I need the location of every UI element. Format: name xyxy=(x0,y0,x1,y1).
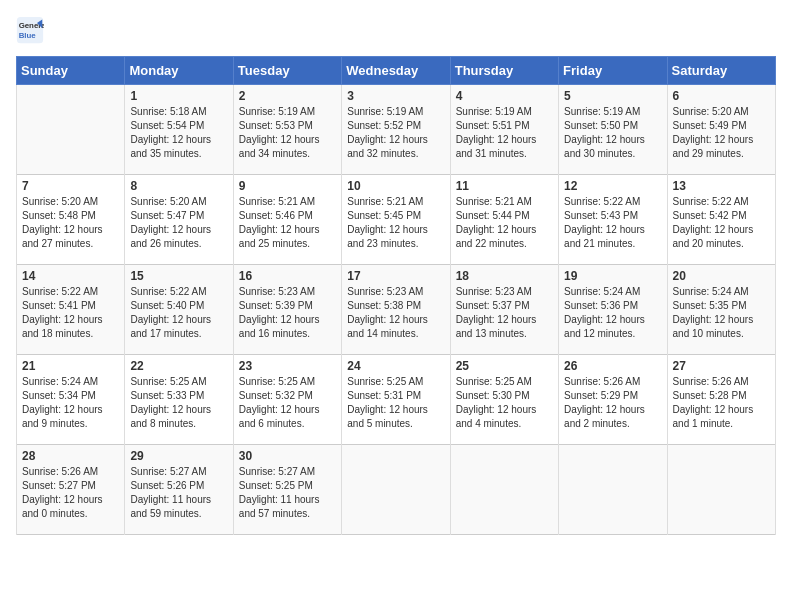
cell-info: Sunrise: 5:20 AM Sunset: 5:47 PM Dayligh… xyxy=(130,195,227,251)
svg-text:Blue: Blue xyxy=(19,31,37,40)
day-number: 23 xyxy=(239,359,336,373)
cell-info: Sunrise: 5:25 AM Sunset: 5:31 PM Dayligh… xyxy=(347,375,444,431)
logo: General Blue xyxy=(16,16,46,44)
cell-info: Sunrise: 5:21 AM Sunset: 5:46 PM Dayligh… xyxy=(239,195,336,251)
cell-info: Sunrise: 5:21 AM Sunset: 5:45 PM Dayligh… xyxy=(347,195,444,251)
calendar-cell: 25Sunrise: 5:25 AM Sunset: 5:30 PM Dayli… xyxy=(450,355,558,445)
cell-info: Sunrise: 5:24 AM Sunset: 5:35 PM Dayligh… xyxy=(673,285,770,341)
cell-info: Sunrise: 5:20 AM Sunset: 5:49 PM Dayligh… xyxy=(673,105,770,161)
calendar-cell: 30Sunrise: 5:27 AM Sunset: 5:25 PM Dayli… xyxy=(233,445,341,535)
day-number: 3 xyxy=(347,89,444,103)
calendar-cell: 18Sunrise: 5:23 AM Sunset: 5:37 PM Dayli… xyxy=(450,265,558,355)
calendar-table: SundayMondayTuesdayWednesdayThursdayFrid… xyxy=(16,56,776,535)
calendar-cell: 23Sunrise: 5:25 AM Sunset: 5:32 PM Dayli… xyxy=(233,355,341,445)
calendar-cell: 10Sunrise: 5:21 AM Sunset: 5:45 PM Dayli… xyxy=(342,175,450,265)
calendar-cell xyxy=(342,445,450,535)
calendar-cell: 19Sunrise: 5:24 AM Sunset: 5:36 PM Dayli… xyxy=(559,265,667,355)
weekday-header: Thursday xyxy=(450,57,558,85)
cell-info: Sunrise: 5:27 AM Sunset: 5:25 PM Dayligh… xyxy=(239,465,336,521)
page-header: General Blue xyxy=(16,16,776,44)
cell-info: Sunrise: 5:25 AM Sunset: 5:30 PM Dayligh… xyxy=(456,375,553,431)
calendar-cell xyxy=(450,445,558,535)
cell-info: Sunrise: 5:25 AM Sunset: 5:33 PM Dayligh… xyxy=(130,375,227,431)
weekday-header: Friday xyxy=(559,57,667,85)
day-number: 27 xyxy=(673,359,770,373)
day-number: 17 xyxy=(347,269,444,283)
day-number: 7 xyxy=(22,179,119,193)
day-number: 21 xyxy=(22,359,119,373)
cell-info: Sunrise: 5:27 AM Sunset: 5:26 PM Dayligh… xyxy=(130,465,227,521)
cell-info: Sunrise: 5:26 AM Sunset: 5:29 PM Dayligh… xyxy=(564,375,661,431)
day-number: 6 xyxy=(673,89,770,103)
day-number: 22 xyxy=(130,359,227,373)
day-number: 8 xyxy=(130,179,227,193)
calendar-cell: 20Sunrise: 5:24 AM Sunset: 5:35 PM Dayli… xyxy=(667,265,775,355)
weekday-header: Monday xyxy=(125,57,233,85)
day-number: 5 xyxy=(564,89,661,103)
weekday-row: SundayMondayTuesdayWednesdayThursdayFrid… xyxy=(17,57,776,85)
cell-info: Sunrise: 5:22 AM Sunset: 5:43 PM Dayligh… xyxy=(564,195,661,251)
calendar-header: SundayMondayTuesdayWednesdayThursdayFrid… xyxy=(17,57,776,85)
logo-icon: General Blue xyxy=(16,16,44,44)
cell-info: Sunrise: 5:21 AM Sunset: 5:44 PM Dayligh… xyxy=(456,195,553,251)
cell-info: Sunrise: 5:20 AM Sunset: 5:48 PM Dayligh… xyxy=(22,195,119,251)
calendar-cell: 16Sunrise: 5:23 AM Sunset: 5:39 PM Dayli… xyxy=(233,265,341,355)
calendar-cell: 15Sunrise: 5:22 AM Sunset: 5:40 PM Dayli… xyxy=(125,265,233,355)
cell-info: Sunrise: 5:26 AM Sunset: 5:28 PM Dayligh… xyxy=(673,375,770,431)
day-number: 25 xyxy=(456,359,553,373)
calendar-cell: 26Sunrise: 5:26 AM Sunset: 5:29 PM Dayli… xyxy=(559,355,667,445)
cell-info: Sunrise: 5:24 AM Sunset: 5:36 PM Dayligh… xyxy=(564,285,661,341)
day-number: 11 xyxy=(456,179,553,193)
cell-info: Sunrise: 5:24 AM Sunset: 5:34 PM Dayligh… xyxy=(22,375,119,431)
calendar-cell xyxy=(667,445,775,535)
day-number: 18 xyxy=(456,269,553,283)
calendar-cell: 21Sunrise: 5:24 AM Sunset: 5:34 PM Dayli… xyxy=(17,355,125,445)
weekday-header: Wednesday xyxy=(342,57,450,85)
calendar-cell: 7Sunrise: 5:20 AM Sunset: 5:48 PM Daylig… xyxy=(17,175,125,265)
calendar-cell: 12Sunrise: 5:22 AM Sunset: 5:43 PM Dayli… xyxy=(559,175,667,265)
day-number: 16 xyxy=(239,269,336,283)
calendar-cell: 27Sunrise: 5:26 AM Sunset: 5:28 PM Dayli… xyxy=(667,355,775,445)
calendar-cell: 22Sunrise: 5:25 AM Sunset: 5:33 PM Dayli… xyxy=(125,355,233,445)
calendar-cell: 5Sunrise: 5:19 AM Sunset: 5:50 PM Daylig… xyxy=(559,85,667,175)
calendar-cell: 17Sunrise: 5:23 AM Sunset: 5:38 PM Dayli… xyxy=(342,265,450,355)
calendar-body: 1Sunrise: 5:18 AM Sunset: 5:54 PM Daylig… xyxy=(17,85,776,535)
day-number: 28 xyxy=(22,449,119,463)
weekday-header: Saturday xyxy=(667,57,775,85)
day-number: 26 xyxy=(564,359,661,373)
calendar-cell: 9Sunrise: 5:21 AM Sunset: 5:46 PM Daylig… xyxy=(233,175,341,265)
calendar-week-row: 21Sunrise: 5:24 AM Sunset: 5:34 PM Dayli… xyxy=(17,355,776,445)
calendar-cell: 8Sunrise: 5:20 AM Sunset: 5:47 PM Daylig… xyxy=(125,175,233,265)
cell-info: Sunrise: 5:22 AM Sunset: 5:42 PM Dayligh… xyxy=(673,195,770,251)
cell-info: Sunrise: 5:23 AM Sunset: 5:37 PM Dayligh… xyxy=(456,285,553,341)
cell-info: Sunrise: 5:18 AM Sunset: 5:54 PM Dayligh… xyxy=(130,105,227,161)
day-number: 9 xyxy=(239,179,336,193)
calendar-cell: 14Sunrise: 5:22 AM Sunset: 5:41 PM Dayli… xyxy=(17,265,125,355)
day-number: 13 xyxy=(673,179,770,193)
calendar-cell: 4Sunrise: 5:19 AM Sunset: 5:51 PM Daylig… xyxy=(450,85,558,175)
cell-info: Sunrise: 5:23 AM Sunset: 5:38 PM Dayligh… xyxy=(347,285,444,341)
cell-info: Sunrise: 5:26 AM Sunset: 5:27 PM Dayligh… xyxy=(22,465,119,521)
cell-info: Sunrise: 5:19 AM Sunset: 5:53 PM Dayligh… xyxy=(239,105,336,161)
weekday-header: Tuesday xyxy=(233,57,341,85)
cell-info: Sunrise: 5:19 AM Sunset: 5:52 PM Dayligh… xyxy=(347,105,444,161)
day-number: 19 xyxy=(564,269,661,283)
day-number: 15 xyxy=(130,269,227,283)
cell-info: Sunrise: 5:23 AM Sunset: 5:39 PM Dayligh… xyxy=(239,285,336,341)
calendar-cell: 13Sunrise: 5:22 AM Sunset: 5:42 PM Dayli… xyxy=(667,175,775,265)
calendar-week-row: 7Sunrise: 5:20 AM Sunset: 5:48 PM Daylig… xyxy=(17,175,776,265)
day-number: 4 xyxy=(456,89,553,103)
day-number: 24 xyxy=(347,359,444,373)
cell-info: Sunrise: 5:19 AM Sunset: 5:51 PM Dayligh… xyxy=(456,105,553,161)
day-number: 1 xyxy=(130,89,227,103)
calendar-cell: 11Sunrise: 5:21 AM Sunset: 5:44 PM Dayli… xyxy=(450,175,558,265)
weekday-header: Sunday xyxy=(17,57,125,85)
calendar-week-row: 1Sunrise: 5:18 AM Sunset: 5:54 PM Daylig… xyxy=(17,85,776,175)
calendar-cell: 6Sunrise: 5:20 AM Sunset: 5:49 PM Daylig… xyxy=(667,85,775,175)
cell-info: Sunrise: 5:22 AM Sunset: 5:41 PM Dayligh… xyxy=(22,285,119,341)
calendar-cell: 24Sunrise: 5:25 AM Sunset: 5:31 PM Dayli… xyxy=(342,355,450,445)
calendar-cell: 28Sunrise: 5:26 AM Sunset: 5:27 PM Dayli… xyxy=(17,445,125,535)
calendar-cell xyxy=(17,85,125,175)
calendar-cell: 3Sunrise: 5:19 AM Sunset: 5:52 PM Daylig… xyxy=(342,85,450,175)
calendar-week-row: 28Sunrise: 5:26 AM Sunset: 5:27 PM Dayli… xyxy=(17,445,776,535)
